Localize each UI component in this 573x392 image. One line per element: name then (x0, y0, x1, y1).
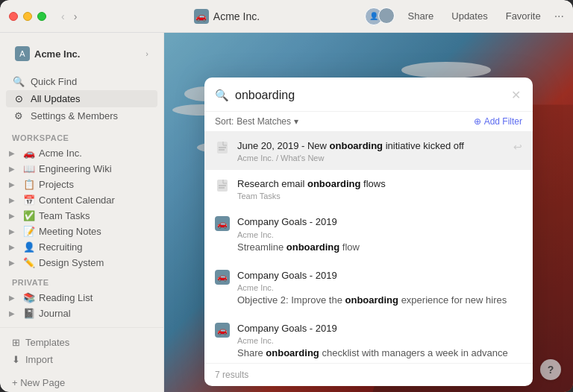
chevron-icon: ▶ (9, 149, 19, 157)
sidebar-item-journal[interactable]: ▶ 📓 Journal (0, 306, 163, 321)
team-tasks-label: Team Tasks (39, 210, 157, 221)
workspace-section-label: WORKSPACE (0, 126, 163, 145)
result-title-4: Company Goals - 2019 (237, 322, 522, 335)
sidebar-item-content-calendar[interactable]: ▶ 📅 Content Calendar (0, 192, 163, 208)
sidebar-top: A Acme Inc. › (0, 39, 163, 72)
workspace-header[interactable]: A Acme Inc. › (9, 43, 154, 64)
result-title-0: June 20, 2019 - New onboarding initiativ… (237, 139, 506, 153)
result-title-2: Company Goals - 2019 (237, 215, 522, 229)
chevron-icon: ▶ (9, 309, 19, 317)
titlebar-right: 👤 Share Updates Favorite ··· (365, 7, 564, 25)
meeting-notes-label: Meeting Notes (39, 226, 157, 237)
sidebar-item-quick-find[interactable]: 🔍 Quick Find (6, 73, 157, 90)
projects-icon: 📋 (22, 179, 36, 190)
result-arrow-0: ↩ (513, 139, 522, 153)
chevron-icon: ▶ (9, 212, 19, 220)
all-updates-label: All Updates (31, 93, 80, 104)
sidebar: A Acme Inc. › 🔍 Quick Find ⊙ All Updates… (0, 33, 164, 392)
clear-search-button[interactable]: ✕ (510, 86, 522, 104)
minimize-button[interactable] (23, 12, 32, 21)
acme-label: Acme Inc. (39, 148, 157, 159)
sidebar-item-engineering-wiki[interactable]: ▶ 📖 Engineering Wiki (0, 161, 163, 177)
result-path-0: Acme Inc. / What's New (237, 154, 506, 162)
avatar-group: 👤 (365, 7, 395, 25)
updates-button[interactable]: Updates (447, 9, 492, 23)
result-subtitle-2: Streamline onboarding flow (237, 241, 522, 254)
chevron-icon: ▶ (9, 180, 19, 189)
search-result-2[interactable]: 🚗 Company Goals - 2019 Acme Inc. Streaml… (204, 208, 533, 261)
main-content: A Acme Inc. › 🔍 Quick Find ⊙ All Updates… (0, 33, 573, 392)
calendar-icon: 📅 (22, 195, 36, 206)
sidebar-item-team-tasks[interactable]: ▶ ✅ Team Tasks (0, 208, 163, 224)
sidebar-item-all-updates[interactable]: ⊙ All Updates (6, 90, 157, 107)
search-results: June 20, 2019 - New onboarding initiativ… (204, 132, 533, 363)
result-path-3: Acme Inc. (237, 283, 522, 292)
back-arrow[interactable]: ‹ (58, 9, 68, 24)
search-result-3[interactable]: 🚗 Company Goals - 2019 Acme Inc. Objecti… (204, 262, 533, 314)
forward-arrow[interactable]: › (71, 9, 81, 24)
result-content-3: Company Goals - 2019 Acme Inc. Objective… (237, 269, 522, 307)
close-button[interactable] (9, 12, 18, 21)
recruiting-label: Recruiting (39, 241, 157, 253)
recruiting-icon: 👤 (22, 241, 36, 253)
search-result-0[interactable]: June 20, 2019 - New onboarding initiativ… (204, 132, 533, 170)
search-result-4[interactable]: 🚗 Company Goals - 2019 Acme Inc. Share o… (204, 314, 533, 363)
traffic-lights (9, 12, 46, 21)
add-filter-button[interactable]: ⊕ Add Filter (474, 116, 522, 127)
engineering-wiki-label: Engineering Wiki (39, 163, 157, 174)
sidebar-item-acme-inc[interactable]: ▶ 🚗 Acme Inc. (0, 145, 163, 161)
templates-item[interactable]: ⊞ Templates (6, 334, 157, 351)
app-window: ‹ › 🚗 Acme Inc. 👤 Share Updates Favorite… (0, 0, 573, 392)
sidebar-item-settings[interactable]: ⚙ Settings & Members (6, 107, 157, 124)
projects-label: Projects (39, 179, 157, 190)
search-header: 🔍 ✕ (204, 78, 533, 112)
import-icon: ⬇ (12, 354, 20, 365)
acme-icon: 🚗 (22, 148, 36, 159)
result-doc-icon-0 (215, 140, 230, 155)
workspace-name: Acme Inc. (34, 48, 141, 60)
settings-label: Settings & Members (31, 110, 118, 121)
result-subtitle-4: Share onboarding checklist with managers… (237, 347, 522, 360)
avatar-2 (378, 7, 395, 24)
favorite-button[interactable]: Favorite (501, 9, 545, 23)
search-modal: 🔍 ✕ Sort: Best Matches ▾ ⊕ Add (204, 78, 533, 386)
search-result-1[interactable]: Research email onboarding flows Team Tas… (204, 170, 533, 208)
result-path-2: Acme Inc. (237, 230, 522, 239)
sort-chevron-icon: ▾ (294, 116, 298, 127)
chevron-icon: ▶ (9, 165, 19, 173)
result-subtitle-3: Objective 2: Improve the onboarding expe… (237, 294, 522, 307)
result-content-0: June 20, 2019 - New onboarding initiativ… (237, 139, 506, 162)
maximize-button[interactable] (37, 12, 46, 21)
sidebar-item-projects[interactable]: ▶ 📋 Projects (0, 177, 163, 192)
sidebar-item-reading-list[interactable]: ▶ 📚 Reading List (0, 290, 163, 306)
result-content-4: Company Goals - 2019 Acme Inc. Share onb… (237, 322, 522, 360)
search-input[interactable] (235, 89, 504, 102)
right-panel: 🔍 ✕ Sort: Best Matches ▾ ⊕ Add (164, 33, 573, 392)
chevron-icon: ▶ (9, 227, 19, 235)
add-page-button[interactable]: + New Page (6, 374, 157, 391)
chevron-icon: ▶ (9, 294, 19, 302)
wiki-icon: 📖 (22, 163, 36, 174)
sidebar-nav: 🔍 Quick Find ⊙ All Updates ⚙ Settings & … (0, 72, 163, 126)
tasks-icon: ✅ (22, 210, 36, 221)
settings-icon: ⚙ (12, 110, 25, 121)
filter-plus-icon: ⊕ (474, 116, 481, 127)
workspace-icon: A (15, 46, 30, 61)
more-button[interactable]: ··· (554, 10, 564, 23)
import-label: Import (25, 354, 53, 365)
sidebar-item-meeting-notes[interactable]: ▶ 📝 Meeting Notes (0, 224, 163, 239)
chevron-icon: ▶ (9, 243, 19, 251)
nav-arrows: ‹ › (58, 9, 80, 24)
quick-find-label: Quick Find (31, 76, 77, 87)
notes-icon: 📝 (22, 226, 36, 237)
sidebar-item-recruiting[interactable]: ▶ 👤 Recruiting (0, 239, 163, 255)
modal-overlay: 🔍 ✕ Sort: Best Matches ▾ ⊕ Add (164, 33, 573, 392)
chevron-icon: ▶ (9, 196, 19, 204)
sort-dropdown[interactable]: Sort: Best Matches ▾ (215, 116, 298, 127)
sidebar-item-design-system[interactable]: ▶ ✏️ Design System (0, 255, 163, 271)
result-acme-icon-2: 🚗 (215, 216, 230, 231)
import-item[interactable]: ⬇ Import (6, 351, 157, 368)
sidebar-bottom: ⊞ Templates ⬇ Import (0, 327, 163, 371)
share-button[interactable]: Share (404, 9, 439, 23)
result-content-1: Research email onboarding flows Team Tas… (237, 177, 522, 200)
